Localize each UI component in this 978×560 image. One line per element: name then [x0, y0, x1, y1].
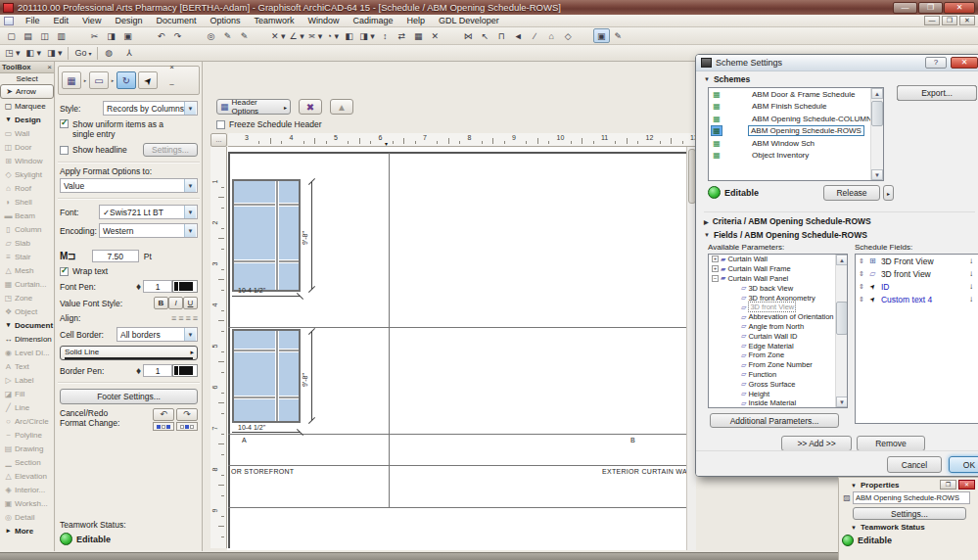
rotate-tool-icon[interactable]: ↻: [116, 71, 136, 89]
section-design[interactable]: ▾ Design: [0, 113, 54, 126]
schedule-field-item[interactable]: ⇕ ▱ 3D front View ↓: [856, 267, 978, 280]
remove-button[interactable]: Remove: [857, 436, 925, 451]
tree-item[interactable]: ▱ Abbrevation of Orientation: [709, 312, 847, 322]
tool-beam[interactable]: ▬ Beam: [0, 209, 54, 222]
scheme-item[interactable]: ▦ ABM Door & Frame Schedule: [709, 88, 883, 101]
scroll-up-icon[interactable]: ▲: [836, 255, 848, 265]
redo-icon[interactable]: ↷: [169, 28, 186, 43]
menu-item[interactable]: File: [19, 15, 47, 27]
menu-item[interactable]: Edit: [47, 15, 76, 27]
tree-expander-icon[interactable]: +: [712, 265, 719, 272]
tree-item[interactable]: ▱ 3D front View: [709, 303, 847, 312]
close-button[interactable]: ✕: [944, 2, 975, 14]
schedule-field-item[interactable]: ⇕ ➤ Custom text 4 ↓: [856, 293, 978, 305]
tree-expander-icon[interactable]: [732, 323, 739, 330]
font-pen-color-button[interactable]: [172, 280, 198, 293]
line-type-button[interactable]: Solid Line ▸: [60, 346, 198, 360]
tool-stair[interactable]: ≡ Stair: [0, 250, 54, 263]
menu-item[interactable]: Options: [203, 15, 247, 27]
tool-drawing[interactable]: ▤ Drawing: [0, 442, 54, 455]
undo-icon[interactable]: ↶: [153, 28, 169, 43]
zoom-icon[interactable]: ◎: [203, 28, 219, 43]
scheme-item[interactable]: ▦ ABM Window Sch: [709, 137, 883, 150]
underline-button[interactable]: U: [183, 297, 198, 309]
freeze-header-checkbox[interactable]: [216, 120, 225, 129]
tree-expander-icon[interactable]: [732, 361, 739, 368]
tree-expander-icon[interactable]: [732, 333, 739, 340]
solid-op-icon[interactable]: ◇: [560, 28, 577, 43]
scheme-item[interactable]: ▦ Object Inventory: [709, 150, 883, 163]
add-button[interactable]: >> Add >>: [781, 436, 852, 451]
tree-item[interactable]: + ▰ Curtain Wall Frame: [709, 264, 847, 274]
drag-handle-icon[interactable]: ⇕: [859, 257, 864, 265]
tree-item[interactable]: ▱ Edge Material: [709, 341, 847, 350]
tree-item[interactable]: + ▰ Curtain Wall: [709, 255, 847, 264]
slope-icon[interactable]: ∕: [527, 28, 543, 43]
trim-icon[interactable]: ✕ ▾: [269, 28, 288, 43]
minimize-icon[interactable]: –: [169, 79, 173, 88]
tree-item[interactable]: − ▰ Curtain Wall Panel: [709, 274, 847, 284]
scrollbar-thumb[interactable]: [836, 302, 848, 335]
teamwork-section-header[interactable]: ▼ Teamwork Status: [839, 520, 978, 533]
tree-item[interactable]: ▱ Angle from North: [709, 322, 847, 332]
release-button[interactable]: Release: [823, 185, 880, 201]
tree-expander-icon[interactable]: [732, 295, 739, 302]
tree-scrollbar[interactable]: ▲ ▼: [835, 255, 848, 407]
grid-icon[interactable]: ▦: [410, 28, 427, 43]
menu-item[interactable]: Cadimage: [347, 15, 400, 27]
copy-icon[interactable]: ◨: [103, 28, 119, 43]
delete-icon[interactable]: ✕: [427, 28, 443, 43]
paste-icon[interactable]: ▣: [119, 28, 136, 43]
scheme-name-field[interactable]: ABM Opening Schedule-ROWS: [853, 491, 970, 504]
export-button[interactable]: Export...: [897, 85, 977, 101]
tree-item[interactable]: ▱ 3D back View: [709, 283, 847, 293]
close-icon[interactable]: ×: [169, 63, 174, 71]
drag-handle-icon[interactable]: ⇕: [859, 270, 864, 278]
cell-border-combo[interactable]: All borders▼: [116, 327, 198, 342]
tree-item[interactable]: ▱ From Zone: [709, 350, 847, 360]
horizontal-ruler[interactable]: 345678910111213: [228, 133, 695, 147]
align-button[interactable]: ≡: [185, 313, 190, 323]
release-dropdown-icon[interactable]: ▸: [883, 185, 894, 201]
rect-tool-icon[interactable]: ▭: [89, 71, 109, 89]
mdi-restore-button[interactable]: ❐: [942, 16, 957, 25]
scheme-item[interactable]: ▦ ABM Finish Schedule: [709, 101, 883, 114]
menu-item[interactable]: Help: [400, 15, 433, 27]
tool-text[interactable]: A Text: [0, 359, 54, 373]
tool-arc[interactable]: ○ Arc/Circle: [0, 414, 54, 428]
menu-item[interactable]: View: [75, 15, 108, 27]
sep[interactable]: [136, 28, 153, 43]
split-icon[interactable]: ∠ ▾: [288, 28, 306, 43]
roof-icon[interactable]: ⌂: [543, 28, 560, 43]
layers-dropdown[interactable]: ◳ ▾: [3, 46, 23, 61]
open-icon[interactable]: ▤: [20, 28, 36, 43]
footer-settings-button[interactable]: Footer Settings...: [60, 389, 198, 404]
ok-button[interactable]: OK: [949, 456, 978, 473]
pick-pen-icon[interactable]: ✎: [219, 28, 236, 43]
align-icon[interactable]: ◄: [510, 28, 527, 43]
tool-dimension[interactable]: ↔ Dimension: [0, 332, 54, 346]
tree-expander-icon[interactable]: [732, 381, 739, 388]
schedule-field-item[interactable]: ⇕ ➤ ID ↓: [856, 280, 978, 293]
tool-curtain-wall[interactable]: ▦ Curtain...: [0, 277, 54, 291]
sep[interactable]: [186, 28, 203, 43]
tree-item[interactable]: ▱ Curtain Wall ID: [709, 331, 847, 341]
table-cell[interactable]: B: [630, 437, 635, 443]
fill-icon[interactable]: ◧: [341, 28, 357, 43]
tool-detail[interactable]: ◎ Detail: [0, 510, 54, 524]
elevate-icon[interactable]: ↕: [377, 28, 394, 43]
align-button[interactable]: ≡: [178, 313, 183, 323]
tree-item[interactable]: ▱ Gross Surface: [709, 379, 847, 389]
tree-expander-icon[interactable]: [732, 351, 739, 358]
drag-handle-icon[interactable]: ⇕: [859, 296, 864, 303]
sun-study-icon[interactable]: ◔ ▾: [324, 28, 341, 43]
curtain-wall-drawing[interactable]: [232, 179, 301, 292]
tree-item[interactable]: ▱ Inside Material: [709, 398, 847, 408]
view-dropdown[interactable]: ◨ ▾: [45, 46, 65, 61]
apply-format-combo[interactable]: Value▼: [60, 178, 198, 193]
headline-settings-button[interactable]: Settings...: [143, 143, 198, 157]
tool-skylight[interactable]: ◇ Skylight: [0, 167, 54, 181]
menu-item[interactable]: Window: [301, 15, 346, 27]
sort-descending-icon[interactable]: ↓: [969, 269, 973, 278]
tool-column[interactable]: ▯ Column: [0, 222, 54, 236]
